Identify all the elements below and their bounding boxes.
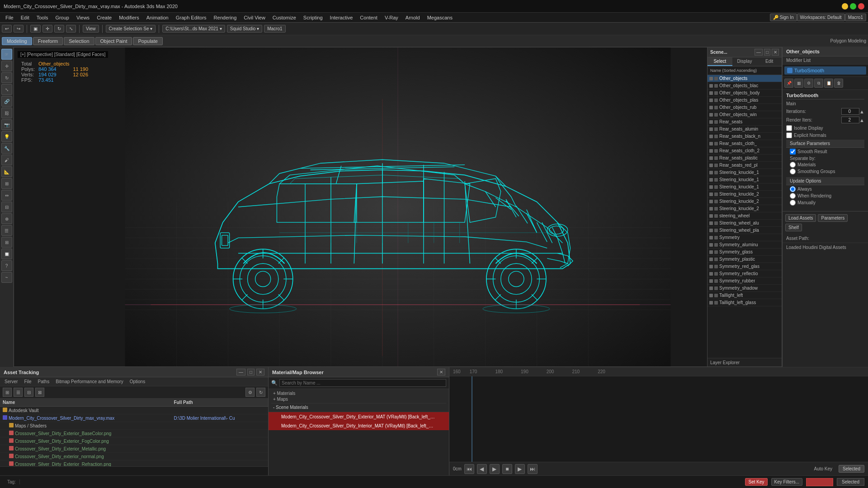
tool-align[interactable]: ⊞ <box>1 178 12 189</box>
menu-create[interactable]: Create <box>93 14 115 21</box>
toolbar-create-sel[interactable]: Create Selection Se ▾ <box>106 25 156 33</box>
asset-tool-refresh[interactable]: ↻ <box>256 388 265 397</box>
tool-magnet[interactable]: 🔧 <box>1 143 12 154</box>
menu-vray[interactable]: V-Ray <box>381 14 402 21</box>
modeling-tab[interactable]: Modeling <box>2 37 32 45</box>
menu-views[interactable]: Views <box>73 14 93 21</box>
scene-panel-maximize[interactable]: □ <box>764 49 770 56</box>
modifier-select-by-channel[interactable]: ▦ <box>794 79 803 88</box>
tc-next[interactable]: ▶ <box>515 464 525 474</box>
asset-tool-4[interactable]: ⊠ <box>35 388 44 397</box>
mat-close[interactable]: ✕ <box>437 369 445 375</box>
modifier-copy[interactable]: ⧉ <box>814 79 823 88</box>
parameters-btn[interactable]: Parameters <box>818 214 848 222</box>
asset-table-row[interactable]: Maps / Shaders <box>0 422 268 430</box>
scene-item[interactable]: Symmetry_red_glas <box>708 263 782 270</box>
ts-iterations-up[interactable]: ▲ <box>859 109 864 114</box>
ts-explicit-normals-check[interactable] <box>786 132 792 138</box>
scene-item[interactable]: Rear_seats_red_pl <box>708 162 782 169</box>
auto-key-indicator[interactable] <box>806 478 833 486</box>
asset-close[interactable]: ✕ <box>256 369 264 375</box>
asset-tool-settings[interactable]: ⚙ <box>245 388 255 397</box>
asset-tool-2[interactable]: ☰ <box>14 388 23 397</box>
menu-file[interactable]: File <box>2 14 17 21</box>
asset-table-row[interactable]: Crossover_Silver_Dirty_Exterior_BaseColo… <box>0 430 268 437</box>
tool-scale[interactable]: ⤡ <box>1 84 12 95</box>
scene-item[interactable]: Steering_knuckle_2 <box>708 198 782 205</box>
asset-tool-3[interactable]: ⊟ <box>24 388 33 397</box>
tool-light[interactable]: 💡 <box>1 131 12 142</box>
asset-tool-1[interactable]: ⊞ <box>3 388 12 397</box>
menu-animation[interactable]: Animation <box>143 14 172 21</box>
scene-item[interactable]: Steering_wheel_pla <box>708 227 782 234</box>
tc-end[interactable]: ⏭ <box>528 464 538 474</box>
freeform-tab[interactable]: Freeform <box>33 37 63 45</box>
ts-when-rendering-radio[interactable] <box>790 193 796 199</box>
tool-link[interactable]: 🔗 <box>1 96 12 107</box>
asset-menu-options[interactable]: Options <box>127 379 148 385</box>
modifier-turbosmooth[interactable]: TurboSmooth <box>784 66 866 75</box>
tool-move[interactable]: ✛ <box>1 61 12 71</box>
modifier-pin[interactable]: 📌 <box>784 79 793 88</box>
timeline-content[interactable] <box>449 376 868 462</box>
viewport-3d[interactable]: [+] [Perspective] [Standard] [Edged Face… <box>14 47 782 367</box>
scene-item[interactable]: Rear_seats_alumin <box>708 126 782 133</box>
asset-menu-paths[interactable]: Paths <box>35 379 52 385</box>
menu-content[interactable]: Content <box>356 14 381 21</box>
set-key-button[interactable]: Set Key <box>745 478 767 486</box>
mat-search-input[interactable] <box>279 379 446 387</box>
asset-table-row[interactable]: Crossover_Silver_Dirty_Exterior_Refracti… <box>0 460 268 467</box>
layer-explorer-bar[interactable]: Layer Explorer <box>708 358 782 366</box>
scene-item[interactable]: Steering_knuckle_2 <box>708 205 782 212</box>
populate-tab[interactable]: Populate <box>133 37 162 45</box>
scene-item[interactable]: Other_objects_plas <box>708 97 782 104</box>
mat-item[interactable]: Modern_City_Crossover_Silver_Dirty_Exter… <box>269 412 449 421</box>
scene-item[interactable]: Symmetry_shadow <box>708 285 782 292</box>
ts-render-iters-up[interactable]: ▲ <box>859 117 864 123</box>
tool-mirror[interactable]: ⇔ <box>1 190 12 201</box>
ts-always-radio[interactable] <box>790 186 796 192</box>
scene-item[interactable]: Other_objects_rub <box>708 104 782 111</box>
tool-select[interactable]: ☞ <box>1 49 12 60</box>
tc-start[interactable]: ⏮ <box>464 464 474 474</box>
scene-panel-minimize[interactable]: — <box>755 49 763 56</box>
scene-item[interactable]: Rear_seats_plastic <box>708 155 782 162</box>
scene-tab-display[interactable]: Display <box>732 57 757 66</box>
maximize-button[interactable] <box>850 3 856 9</box>
toolbar-select[interactable]: ▣ <box>30 25 41 33</box>
scene-item[interactable]: Rear_seats_cloth_ <box>708 140 782 147</box>
ts-isoline-check[interactable] <box>786 125 792 131</box>
toolbar-squid-studio[interactable]: Squid Studio ▾ <box>227 25 263 33</box>
tool-xform[interactable]: 🔲 <box>1 249 12 259</box>
load-assets-btn[interactable]: Load Assets <box>785 214 816 222</box>
scene-item[interactable]: Other_objects_body <box>708 89 782 97</box>
toolbar-file-path[interactable]: C:\Users\St...ds Max 2021 ▾ <box>162 25 225 33</box>
ts-surface-params-header[interactable]: Surface Parameters <box>786 140 864 148</box>
toolbar-scale[interactable]: ⤡ <box>66 25 76 33</box>
tool-unlink[interactable]: ⛓ <box>1 108 12 118</box>
menu-group[interactable]: Group <box>52 14 73 21</box>
asset-table-row[interactable]: Crossover_Silver_Dirty_Exterior_Metallic… <box>0 445 268 453</box>
mat-item[interactable]: Modern_City_Crossover_Silver_Dirty_Inter… <box>269 421 449 430</box>
tc-stop[interactable]: ■ <box>502 464 512 474</box>
ts-update-options-header[interactable]: Update Options <box>786 177 864 185</box>
workspaces-button[interactable]: Workspaces: Default <box>797 14 845 21</box>
scene-item[interactable]: Other_objects_blac <box>708 82 782 89</box>
minimize-button[interactable] <box>842 3 848 9</box>
scene-item[interactable]: Steering_knuckle_1 <box>708 176 782 183</box>
tc-prev[interactable]: ◀ <box>477 464 487 474</box>
tool-measure[interactable]: 📐 <box>1 166 12 177</box>
asset-table-row[interactable]: Modern_City_Crossover_Silver_Dirty_max_v… <box>0 414 268 422</box>
menu-megascans[interactable]: Megascans <box>424 14 456 21</box>
key-filters-button[interactable]: Key Filters... <box>771 478 803 486</box>
menu-edit[interactable]: Edit <box>17 14 33 21</box>
menu-interactive[interactable]: Interactive <box>326 14 357 21</box>
toolbar-move[interactable]: ✛ <box>42 25 52 33</box>
menu-tools[interactable]: Tools <box>33 14 52 21</box>
tool-snap[interactable]: ⊕ <box>1 213 12 224</box>
menu-arnold[interactable]: Arnold <box>402 14 424 21</box>
toolbar-redo[interactable]: ↪ <box>14 25 24 33</box>
scene-item[interactable]: Rear_seats_cloth_2 <box>708 147 782 155</box>
close-button[interactable] <box>858 3 864 9</box>
mat-cat-maps[interactable]: + Maps <box>271 396 446 402</box>
